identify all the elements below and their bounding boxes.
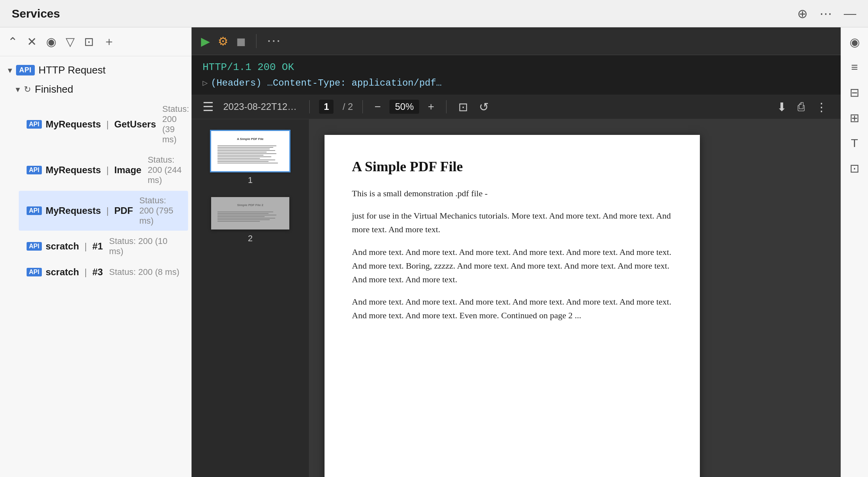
app-title: Services <box>12 7 60 20</box>
thumb-line <box>217 161 269 162</box>
thumb-line <box>217 219 270 220</box>
pdf-menu-icon[interactable]: ☰ <box>203 99 214 114</box>
thumb-line <box>217 156 271 157</box>
pdf-thumb-title-1: A Simple PDF File <box>217 137 283 141</box>
pdf-thumb-lines-1 <box>217 144 283 165</box>
pdf-fit-page-btn[interactable]: ⊡ <box>456 100 470 114</box>
thumb-line <box>217 213 269 214</box>
pdf-rotate-btn[interactable]: ↺ <box>477 100 491 114</box>
headers-text: (Headers) …Content-Type: application/pdf… <box>211 78 442 88</box>
pdf-viewer: ☰ 2023-08-22T12… 1 / 2 − 50% + ⊡ ↺ ⬇ ⎙ ⋮ <box>192 95 841 477</box>
pdf-thumb-container-1: A Simple PDF File <box>211 131 289 185</box>
toolbar-separator <box>256 34 256 48</box>
pdf-thumb-page2[interactable]: Simple PDF File 2 <box>211 197 289 230</box>
request-item-getusers[interactable]: API MyRequests | GetUsers Status: 200 (3… <box>19 99 188 149</box>
rs-list-icon[interactable]: ≡ <box>851 61 858 74</box>
pdf-toolbar: ☰ 2023-08-22T12… 1 / 2 − 50% + ⊡ ↺ ⬇ ⎙ ⋮ <box>192 95 841 119</box>
thumb-line <box>217 152 267 152</box>
pdf-para-3: And more text. And more text. And more t… <box>352 245 673 287</box>
thumb-line <box>217 212 273 212</box>
pdf-page-title: A Simple PDF File <box>352 158 673 175</box>
rs-indent-icon[interactable]: ⊞ <box>850 111 859 125</box>
pdf-thumb-page1[interactable]: A Simple PDF File <box>211 131 289 171</box>
tree-root-caret[interactable]: ▾ <box>8 65 12 75</box>
add-circle-icon[interactable]: ⊕ <box>797 6 808 21</box>
pdf-filename: 2023-08-22T12… <box>223 101 297 112</box>
pdf-thumb-num-1: 1 <box>248 175 253 185</box>
thumb-line <box>217 155 264 156</box>
pdf-print-btn[interactable]: ⎙ <box>795 100 807 113</box>
pdf-zoom-in-btn[interactable]: + <box>425 100 436 113</box>
stop-icon[interactable]: ◼ <box>236 34 246 48</box>
tree-root-http-request[interactable]: ▾ API HTTP Request <box>0 60 191 80</box>
thumb-line <box>217 149 270 149</box>
request-item-scratch-1[interactable]: API scratch | #1 Status: 200 (10 ms) <box>19 231 188 261</box>
tree-group-finished: ▾ ↻ Finished API MyRequests | GetUsers S… <box>0 80 191 282</box>
pdf-thumb-title-2: Simple PDF File 2 <box>217 203 283 207</box>
pdf-zoom-out-btn[interactable]: − <box>372 100 383 113</box>
tree-root-label: HTTP Request <box>39 64 106 76</box>
right-sidebar: ◉ ≡ ⊟ ⊞ T ⊡ <box>841 27 868 477</box>
thumb-line <box>217 147 273 148</box>
right-panel: ▶ ⚙ ◼ ⋯ HTTP/1.1 200 OK ▷ (Headers) …Con… <box>192 27 841 477</box>
rs-eye-icon[interactable]: ◉ <box>850 35 860 49</box>
minimize-icon[interactable]: — <box>844 6 856 21</box>
chevron-up-icon[interactable]: ⌃ <box>8 35 18 48</box>
pdf-page-render: A Simple PDF File This is a small demons… <box>325 135 700 477</box>
rs-list-alt-icon[interactable]: ⊟ <box>850 86 859 99</box>
api-badge-sm-5: API <box>27 268 42 276</box>
main-layout: ⌃ ✕ ◉ ▽ ⊡ ＋ ▾ API HTTP Request ▾ ↻ Finis… <box>0 27 868 477</box>
pdf-download-btn[interactable]: ⬇ <box>775 100 789 114</box>
pdf-toolbar-sep3 <box>446 100 447 113</box>
thumb-line <box>217 160 275 160</box>
thumb-line <box>217 163 278 163</box>
play-icon[interactable]: ▶ <box>201 34 210 48</box>
pdf-para-1: This is a small demonstration .pdf file … <box>352 186 673 200</box>
thumb-line <box>217 215 276 215</box>
tree: ▾ API HTTP Request ▾ ↻ Finished API MyRe… <box>0 56 191 477</box>
pdf-more-btn[interactable]: ⋮ <box>813 100 830 114</box>
pdf-total-pages: / 2 <box>340 101 353 112</box>
close-icon[interactable]: ✕ <box>27 35 37 48</box>
thumb-line <box>217 145 276 146</box>
api-badge-sm-2: API <box>27 166 42 174</box>
finished-label: Finished <box>35 83 73 95</box>
filter-icon[interactable]: ▽ <box>66 35 75 48</box>
refresh-icon[interactable]: ↻ <box>24 84 31 95</box>
headers-expand-arrow[interactable]: ▷ <box>203 78 208 88</box>
api-badge: API <box>16 65 35 75</box>
pdf-thumb-container-2: Simple PDF File 2 2 <box>211 197 289 244</box>
eye-icon[interactable]: ◉ <box>46 35 56 48</box>
left-toolbar: ⌃ ✕ ◉ ▽ ⊡ ＋ <box>0 27 191 56</box>
more-options-icon[interactable]: ⋯ <box>267 33 282 49</box>
pdf-toolbar-sep2 <box>362 100 363 113</box>
finished-caret[interactable]: ▾ <box>16 84 20 95</box>
pdf-content: A Simple PDF File <box>192 119 841 477</box>
tree-group-header-finished[interactable]: ▾ ↻ Finished <box>16 80 191 99</box>
http-headers-line: ▷ (Headers) …Content-Type: application/p… <box>192 76 841 95</box>
pdf-current-page[interactable]: 1 <box>319 100 334 114</box>
api-badge-sm-1: API <box>27 120 42 129</box>
request-item-scratch-3[interactable]: API scratch | #3 Status: 200 (8 ms) <box>19 262 188 282</box>
api-badge-sm-3: API <box>27 206 42 215</box>
thumb-line <box>217 216 265 217</box>
rs-image-icon[interactable]: ⊡ <box>850 161 859 175</box>
debug-icon[interactable]: ⚙ <box>218 34 228 48</box>
pdf-thumbnails-panel: A Simple PDF File <box>192 119 309 477</box>
thumb-line <box>217 218 275 219</box>
title-bar: Services ⊕ ⋯ — <box>0 0 868 27</box>
ellipsis-icon[interactable]: ⋯ <box>820 6 832 21</box>
request-item-pdf[interactable]: API MyRequests | PDF Status: 200 (795 ms… <box>19 191 188 231</box>
pdf-thumb-lines-2 <box>217 210 283 223</box>
pdf-para-4: And more text. And more text. And more t… <box>352 295 673 322</box>
thumb-line <box>217 153 276 154</box>
pdf-para-2: just for use in the Virtual Mechanics tu… <box>352 209 673 236</box>
rs-text-icon[interactable]: T <box>851 136 858 150</box>
title-bar-actions: ⊕ ⋯ — <box>797 6 856 21</box>
pdf-zoom-level[interactable]: 50% <box>389 100 419 114</box>
add-icon[interactable]: ＋ <box>103 34 115 50</box>
split-icon[interactable]: ⊡ <box>84 35 94 48</box>
request-item-image[interactable]: API MyRequests | Image Status: 200 (244 … <box>19 150 188 190</box>
pdf-main-content: A Simple PDF File This is a small demons… <box>309 119 841 477</box>
left-panel: ⌃ ✕ ◉ ▽ ⊡ ＋ ▾ API HTTP Request ▾ ↻ Finis… <box>0 27 192 477</box>
